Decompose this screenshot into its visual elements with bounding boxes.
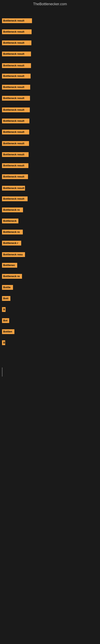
bottleneck-bar-22[interactable]: Bottleneck resu: [2, 252, 25, 257]
bottleneck-row-9: Bottleneck result: [0, 108, 100, 113]
bottleneck-row-13: Bottleneck result: [0, 152, 100, 158]
bottleneck-row-14: Bottleneck result: [0, 163, 100, 169]
bottleneck-row-24: Bottleneck re: [0, 274, 100, 280]
bottleneck-bar-12[interactable]: Bottleneck result: [2, 141, 29, 146]
bottleneck-row-16: Bottleneck result: [0, 186, 100, 192]
bottleneck-bar-3[interactable]: Bottleneck result: [2, 40, 31, 45]
text-cursor: [2, 368, 2, 376]
bottleneck-bar-1[interactable]: Bottleneck result: [2, 18, 32, 23]
bottleneck-bar-30[interactable]: B: [2, 340, 5, 345]
bottleneck-bar-7[interactable]: Bottleneck result: [2, 85, 30, 90]
bottleneck-row-29: Bottlen: [0, 329, 100, 335]
site-title: TheBottlenecker.com: [0, 0, 100, 9]
bottleneck-bar-16[interactable]: Bottleneck result: [2, 186, 25, 190]
bottleneck-row-17: Bottleneck result: [0, 196, 100, 202]
bottleneck-bar-10[interactable]: Bottleneck result: [2, 118, 29, 123]
bottleneck-bar-15[interactable]: Bottleneck result: [2, 174, 28, 179]
bottleneck-bar-20[interactable]: Bottleneck re: [2, 230, 23, 234]
bottleneck-row-30: B: [0, 340, 100, 346]
bottleneck-bar-27[interactable]: B: [2, 307, 6, 312]
bottleneck-row-26: Bott: [0, 296, 100, 302]
bottleneck-row-21: Bottleneck r: [0, 241, 100, 246]
bottleneck-bar-26[interactable]: Bott: [2, 296, 10, 301]
bottleneck-bar-5[interactable]: Bottleneck result: [2, 63, 31, 68]
bottleneck-row-19: Bottleneck: [0, 218, 100, 224]
bottleneck-row-1: Bottleneck result: [0, 18, 100, 24]
bottleneck-row-7: Bottleneck result: [0, 85, 100, 90]
bottleneck-bar-9[interactable]: Bottleneck result: [2, 108, 30, 112]
bottleneck-bar-14[interactable]: Bottleneck result: [2, 163, 28, 168]
bottleneck-bar-6[interactable]: Bottleneck result: [2, 74, 31, 78]
bottleneck-row-27: B: [0, 307, 100, 313]
bottleneck-bar-18[interactable]: Bottleneck re: [2, 208, 23, 212]
bottleneck-bar-29[interactable]: Bottlen: [2, 329, 14, 334]
bottleneck-row-28: Bot: [0, 318, 100, 324]
bottleneck-row-11: Bottleneck result: [0, 130, 100, 135]
bottleneck-bar-24[interactable]: Bottleneck re: [2, 274, 22, 279]
bottleneck-bar-2[interactable]: Bottleneck result: [2, 30, 32, 34]
bottleneck-bar-28[interactable]: Bot: [2, 318, 9, 323]
bottleneck-bar-11[interactable]: Bottleneck result: [2, 130, 29, 134]
bottleneck-bar-21[interactable]: Bottleneck r: [2, 241, 21, 246]
bottleneck-row-4: Bottleneck result: [0, 52, 100, 57]
bottleneck-bar-4[interactable]: Bottleneck result: [2, 52, 31, 56]
bottleneck-row-25: Bottle: [0, 285, 100, 290]
bottleneck-row-20: Bottleneck re: [0, 230, 100, 235]
bottleneck-row-15: Bottleneck result: [0, 174, 100, 180]
bottleneck-bar-13[interactable]: Bottleneck result: [2, 152, 29, 157]
bottleneck-bar-19[interactable]: Bottleneck: [2, 218, 18, 224]
bottleneck-row-10: Bottleneck result: [0, 118, 100, 124]
bottleneck-bar-8[interactable]: Bottleneck result: [2, 96, 30, 100]
bottleneck-row-2: Bottleneck result: [0, 30, 100, 35]
bottleneck-row-3: Bottleneck result: [0, 40, 100, 46]
bottleneck-row-18: Bottleneck re: [0, 208, 100, 213]
bottleneck-row-6: Bottleneck result: [0, 74, 100, 79]
bottleneck-bar-17[interactable]: Bottleneck result: [2, 196, 28, 201]
bottleneck-row-8: Bottleneck result: [0, 96, 100, 102]
bottleneck-row-22: Bottleneck resu: [0, 252, 100, 258]
bottleneck-row-23: Bottlenec: [0, 263, 100, 268]
bottleneck-bar-25[interactable]: Bottle: [2, 285, 13, 290]
bottleneck-bar-23[interactable]: Bottlenec: [2, 263, 17, 268]
bottleneck-row-5: Bottleneck result: [0, 63, 100, 69]
bottleneck-row-12: Bottleneck result: [0, 141, 100, 147]
